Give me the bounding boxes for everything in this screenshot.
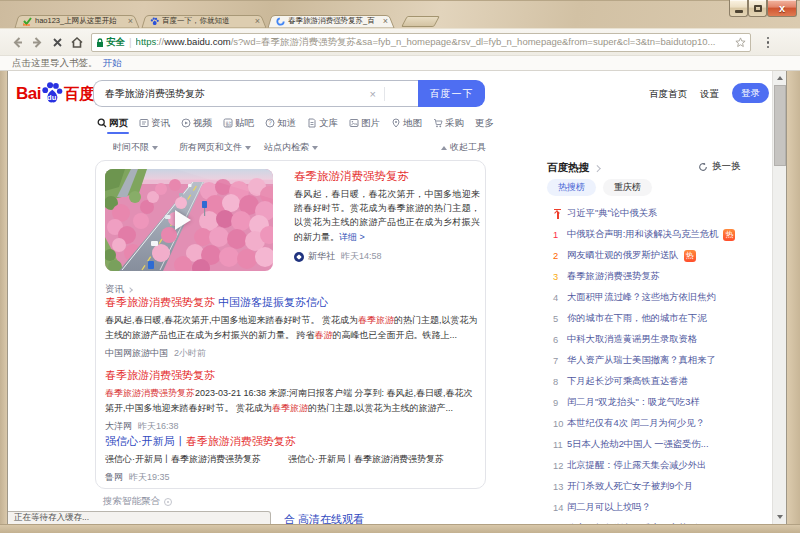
nav-tab-more[interactable]: 更多 [475, 117, 494, 130]
scrollbar-thumb[interactable] [774, 85, 786, 166]
hot-item[interactable]: 4大面积甲流过峰？这些地方依旧焦灼 [547, 287, 772, 308]
filter-site[interactable]: 站点内检索 [264, 141, 318, 154]
tab-hot-list[interactable]: 热搜榜 [547, 179, 596, 196]
video-icon [181, 118, 191, 128]
back-arrow-icon [11, 36, 24, 49]
bookmark-import-link[interactable]: 开始 [103, 57, 122, 70]
maximize-icon [749, 0, 766, 16]
refresh-control[interactable]: 换一换 [698, 160, 741, 173]
nav-tab-image[interactable]: 图片 [349, 117, 380, 130]
forward-button[interactable] [29, 32, 46, 52]
nav-tab-tieba[interactable]: 贴 贴吧 [223, 117, 254, 130]
scroll-up-button[interactable] [773, 71, 787, 85]
nav-tab-map[interactable]: 地图 [391, 117, 422, 130]
collapse-tools[interactable]: 收起工具 [441, 141, 486, 154]
result-item: 强信心·开新局丨春季旅游消费强势复苏 强信心·开新局丨春季旅游消费强势复苏 强信… [105, 435, 481, 484]
nav-tab-news[interactable]: 资讯 [139, 117, 170, 130]
hot-item[interactable]: 1中俄联合声明:用和谈解决乌克兰危机 热 [547, 224, 772, 245]
scroll-down-button[interactable] [773, 510, 787, 524]
caret-down-icon [245, 146, 251, 150]
header-links: 百度首页 设置 登录 [8, 85, 764, 105]
window-close-button[interactable]: x [767, 0, 797, 17]
nav-tab-caigou[interactable]: 采购 [433, 117, 464, 130]
svg-text:贴: 贴 [225, 121, 231, 128]
nav-tab-web[interactable]: 网页 [97, 117, 128, 130]
tab-hao123[interactable]: hao hao123_上网从这里开始 × [14, 14, 140, 28]
tab-close-icon[interactable]: × [381, 17, 390, 26]
settings-link[interactable]: 设置 [700, 88, 719, 101]
hot-item[interactable]: 14闰二月可以上坟吗？ [547, 497, 772, 518]
hot-item[interactable]: 5你的城市在下雨，他的城市在下泥 [547, 308, 772, 329]
video-result-source: 新华社 昨天14:58 [294, 250, 382, 263]
minimize-icon [730, 0, 747, 16]
search-filters: 时间不限 所有网页和文件 站点内检索 收起工具 [105, 141, 486, 155]
result-item: 春季旅游消费强势复苏 中国游客提振复苏信心 春风起,春日暖,春花次第开,中国多地… [105, 296, 481, 360]
hot-item[interactable]: 3春季旅游消费强势复苏 [547, 266, 772, 287]
tieba-icon: 贴 [223, 118, 233, 128]
back-button[interactable] [9, 32, 26, 52]
chevron-right-icon [594, 165, 600, 171]
baidu-home-link[interactable]: 百度首页 [649, 88, 687, 101]
result-title[interactable]: 强信心·开新局丨春季旅游消费强势复苏 [105, 435, 481, 448]
address-bar[interactable]: 安全 | https://www.baidu.com/s?wd=春季旅游消费强势… [91, 33, 751, 52]
result-snippet: 春季旅游消费强势复苏2023-03-21 16:38 来源:河南日报客户端 分享… [105, 386, 481, 416]
stop-button[interactable] [49, 32, 66, 52]
filter-time[interactable]: 时间不限 [113, 141, 158, 154]
hot-item[interactable]: 12北京提醒：停止露天集会减少外出 [547, 455, 772, 476]
svg-text:?: ? [268, 119, 272, 126]
video-thumbnail[interactable] [105, 169, 273, 271]
url-text: https://www.baidu.com/s?wd=春季旅游消费强势复苏&sa… [136, 36, 731, 49]
hot-item[interactable]: 7华人资产从瑞士美国撤离？真相来了 [547, 350, 772, 371]
result-title[interactable]: 春季旅游消费强势复苏 [105, 369, 481, 382]
aggregate-icon [164, 498, 172, 506]
hot-search-title: 百度热搜 [547, 161, 589, 175]
picture-icon [349, 118, 359, 128]
bookmark-star-icon[interactable] [735, 37, 746, 48]
window-minimize-button[interactable] [729, 0, 748, 17]
hot-item[interactable]: 8下月起长沙可乘高铁直达香港 [547, 371, 772, 392]
new-tab-button[interactable] [401, 16, 440, 27]
browser-menu-button[interactable] [762, 35, 774, 50]
news-aggregate-card: 春季旅游消费强势复苏 春风起，春日暖，春花次第开，中国多地迎来踏春好时节。赏花成… [95, 160, 486, 489]
result-title[interactable]: 春季旅游消费强势复苏 中国游客提振复苏信心 [105, 296, 481, 309]
video-result-title[interactable]: 春季旅游消费强势复苏 [294, 169, 480, 183]
triangle-up-icon [777, 76, 783, 80]
result-source: 中国网旅游中国2小时前 [105, 347, 481, 360]
source-name: 新华社 [308, 250, 335, 263]
nav-tab-wenku[interactable]: 文库 [307, 117, 338, 130]
tab-title: 百度一下，你就知道 [162, 16, 250, 26]
window-border-edge [786, 71, 787, 524]
tab-close-icon[interactable]: × [126, 17, 135, 26]
home-button[interactable] [68, 32, 85, 52]
hot-item-top[interactable]: 习近平"典"论中俄关系 [547, 203, 772, 224]
hot-item[interactable]: 2网友晒壮观的俄罗斯护送队 热 [547, 245, 772, 266]
news-section-label[interactable]: 资讯 [105, 283, 132, 296]
svg-text:hao: hao [23, 22, 31, 26]
partial-result-title[interactable]: 合 高清在线观看 [284, 512, 364, 524]
window-border [0, 524, 800, 533]
page-scrollbar[interactable] [772, 71, 786, 524]
window-maximize-button[interactable] [748, 0, 767, 17]
nav-tab-video[interactable]: 视频 [181, 117, 212, 130]
tab-local-list[interactable]: 重庆榜 [603, 179, 652, 196]
hot-item[interactable]: 10本世纪仅有4次 闰二月为何少见？ [547, 413, 772, 434]
login-button[interactable]: 登录 [732, 83, 769, 103]
hot-search-header[interactable]: 百度热搜 [547, 161, 600, 175]
result-source: 鲁网昨天19:35 [105, 471, 481, 484]
hot-item[interactable]: 13开门杀致人死亡女子被判9个月 [547, 476, 772, 497]
hot-item[interactable]: 115日本人抢劫2中国人 一强盗受伤... [547, 434, 772, 455]
filter-scope[interactable]: 所有网页和文件 [179, 141, 251, 154]
search-icon [97, 118, 107, 128]
result-snippet: 春风起,春日暖,春花次第开,中国多地迎来踏春好时节。 赏花成为春季旅游的热门主题… [105, 313, 481, 343]
secure-lock-icon [96, 38, 104, 48]
more-link[interactable]: 详细 > [339, 232, 365, 242]
hot-item[interactable]: 6中科大取消造黄谣男生录取资格 [547, 329, 772, 350]
hot-badge: 热 [684, 250, 696, 262]
result-type-nav: 网页 资讯 视频 贴 贴吧 [97, 112, 505, 134]
bookmark-bar: 点击这里导入书签。 开始 [0, 55, 800, 71]
tab-active-search[interactable]: 春季旅游消费强势复苏_百 × [267, 14, 395, 28]
tab-close-icon[interactable]: × [253, 17, 262, 26]
nav-tab-zhidao[interactable]: ? 知道 [265, 117, 296, 130]
hot-item[interactable]: 9闰二月"双龙抬头"：吸龙气吃3样 [547, 392, 772, 413]
tab-baidu-home[interactable]: 百度一下，你就知道 × [141, 14, 267, 28]
